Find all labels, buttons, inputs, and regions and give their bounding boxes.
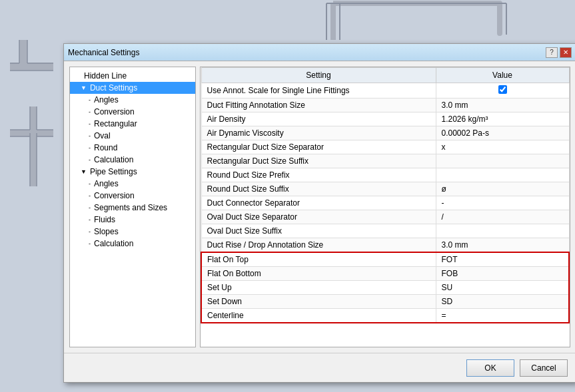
setting-name: Oval Duct Size Separator — [201, 210, 436, 224]
tree-item-oval[interactable]: -Oval — [70, 130, 195, 142]
setting-name: Rectangular Duct Size Separator — [201, 140, 436, 154]
dialog-title: Mechanical Settings — [68, 48, 139, 57]
tree-label-pipe-settings: Pipe Settings — [90, 167, 137, 176]
table-row[interactable]: Set UpSU — [201, 281, 569, 295]
setting-value: 3.0 mm — [436, 238, 569, 253]
mechanical-settings-dialog: Mechanical Settings ? ✕ Hidden Line▼Duct… — [63, 43, 575, 383]
dialog-content: Hidden Line▼Duct Settings-Angles-Convers… — [64, 61, 575, 353]
tree-label-oval: Oval — [94, 131, 111, 140]
setting-value: 0.00002 Pa-s — [436, 126, 569, 140]
table-row[interactable]: Rectangular Duct Size Suffix — [201, 154, 569, 168]
col-value-header: Value — [436, 68, 569, 83]
titlebar-buttons: ? ✕ — [546, 47, 572, 58]
tree-item-pipe-settings[interactable]: ▼Pipe Settings — [70, 166, 195, 178]
tree-label-angles: Angles — [94, 95, 119, 104]
setting-name: Rectangular Duct Size Suffix — [201, 154, 436, 168]
table-row[interactable]: Set DownSD — [201, 295, 569, 309]
table-row[interactable]: Oval Duct Size Suffix — [201, 224, 569, 238]
tree-item-rectangular[interactable]: -Rectangular — [70, 118, 195, 130]
setting-value — [436, 224, 569, 238]
table-row[interactable]: Air Density1.2026 kg/m³ — [201, 112, 569, 126]
tree-item-conversion[interactable]: -Conversion — [70, 106, 195, 118]
tree-label-pipe-angles: Angles — [94, 179, 119, 188]
setting-name: Round Duct Size Prefix — [201, 168, 436, 182]
setting-name: Duct Connector Separator — [201, 196, 436, 210]
tree-panel[interactable]: Hidden Line▼Duct Settings-Angles-Convers… — [69, 67, 196, 347]
tree-label-duct-settings: Duct Settings — [90, 83, 137, 93]
table-row[interactable]: Flat On TopFOT — [201, 252, 569, 267]
tree-item-angles[interactable]: -Angles — [70, 94, 195, 106]
tree-item-calculation[interactable]: -Calculation — [70, 154, 195, 166]
tree-item-pipe-calculation[interactable]: -Calculation — [70, 238, 195, 250]
table-row[interactable]: Duct Connector Separator- — [201, 196, 569, 210]
settings-panel[interactable]: Setting Value Use Annot. Scale for Singl… — [200, 67, 570, 347]
col-setting-header: Setting — [201, 68, 436, 83]
setting-name: Oval Duct Size Suffix — [201, 224, 436, 238]
setting-value: FOT — [436, 252, 569, 267]
setting-checkbox[interactable] — [498, 85, 507, 94]
tree-item-segments-sizes[interactable]: -Segments and Sizes — [70, 202, 195, 214]
table-row[interactable]: Centerline= — [201, 309, 569, 323]
tree-label-pipe-conversion: Conversion — [94, 191, 135, 200]
setting-name: Air Density — [201, 112, 436, 126]
setting-name: Flat On Top — [201, 252, 436, 267]
help-button[interactable]: ? — [546, 47, 558, 58]
table-row[interactable]: Oval Duct Size Separator/ — [201, 210, 569, 224]
setting-value: 1.2026 kg/m³ — [436, 112, 569, 126]
setting-name: Use Annot. Scale for Single Line Fitting… — [201, 83, 436, 98]
setting-value: - — [436, 196, 569, 210]
tree-label-calculation: Calculation — [94, 155, 133, 164]
settings-table: Setting Value Use Annot. Scale for Singl… — [201, 67, 570, 323]
setting-value: = — [436, 309, 569, 323]
close-button[interactable]: ✕ — [560, 47, 572, 58]
tree-item-duct-settings[interactable]: ▼Duct Settings — [70, 82, 195, 94]
tree-item-pipe-conversion[interactable]: -Conversion — [70, 190, 195, 202]
setting-value: 3.0 mm — [436, 98, 569, 112]
setting-name: Duct Rise / Drop Annotation Size — [201, 238, 436, 253]
setting-value: FOB — [436, 267, 569, 281]
dialog-footer: OK Cancel — [64, 353, 575, 382]
table-row[interactable]: Duct Rise / Drop Annotation Size3.0 mm — [201, 238, 569, 253]
setting-value: x — [436, 140, 569, 154]
tree-label-segments-sizes: Segments and Sizes — [94, 203, 167, 212]
table-row[interactable]: Duct Fitting Annotation Size3.0 mm — [201, 98, 569, 112]
table-row[interactable]: Flat On BottomFOB — [201, 267, 569, 281]
tree-label-pipe-calculation: Calculation — [94, 239, 133, 248]
tree-item-round[interactable]: -Round — [70, 142, 195, 154]
cancel-button[interactable]: Cancel — [520, 359, 568, 377]
setting-value: SU — [436, 281, 569, 295]
setting-name: Duct Fitting Annotation Size — [201, 98, 436, 112]
tree-label-fluids: Fluids — [94, 215, 115, 224]
setting-name: Flat On Bottom — [201, 267, 436, 281]
table-row[interactable]: Use Annot. Scale for Single Line Fitting… — [201, 83, 569, 98]
tree-item-pipe-angles[interactable]: -Angles — [70, 178, 195, 190]
setting-name: Centerline — [201, 309, 436, 323]
setting-name: Set Up — [201, 281, 436, 295]
tree-item-slopes[interactable]: -Slopes — [70, 226, 195, 238]
ok-button[interactable]: OK — [466, 359, 514, 377]
setting-name: Set Down — [201, 295, 436, 309]
tree-label-hidden-line: Hidden Line — [84, 71, 127, 81]
setting-value: / — [436, 210, 569, 224]
table-row[interactable]: Round Duct Size Suffixø — [201, 182, 569, 196]
table-row[interactable]: Rectangular Duct Size Separatorx — [201, 140, 569, 154]
setting-value — [436, 83, 569, 98]
setting-value — [436, 168, 569, 182]
table-row[interactable]: Air Dynamic Viscosity0.00002 Pa-s — [201, 126, 569, 140]
tree-label-round: Round — [94, 143, 117, 152]
tree-label-rectangular: Rectangular — [94, 119, 137, 128]
setting-name: Round Duct Size Suffix — [201, 182, 436, 196]
tree-label-slopes: Slopes — [94, 227, 119, 236]
tree-label-conversion: Conversion — [94, 107, 135, 116]
table-row[interactable]: Round Duct Size Prefix — [201, 168, 569, 182]
tree-item-fluids[interactable]: -Fluids — [70, 214, 195, 226]
setting-value — [436, 154, 569, 168]
setting-value: ø — [436, 182, 569, 196]
dialog-titlebar: Mechanical Settings ? ✕ — [64, 44, 575, 61]
tree-item-hidden-line[interactable]: Hidden Line — [70, 70, 195, 82]
setting-value: SD — [436, 295, 569, 309]
setting-name: Air Dynamic Viscosity — [201, 126, 436, 140]
